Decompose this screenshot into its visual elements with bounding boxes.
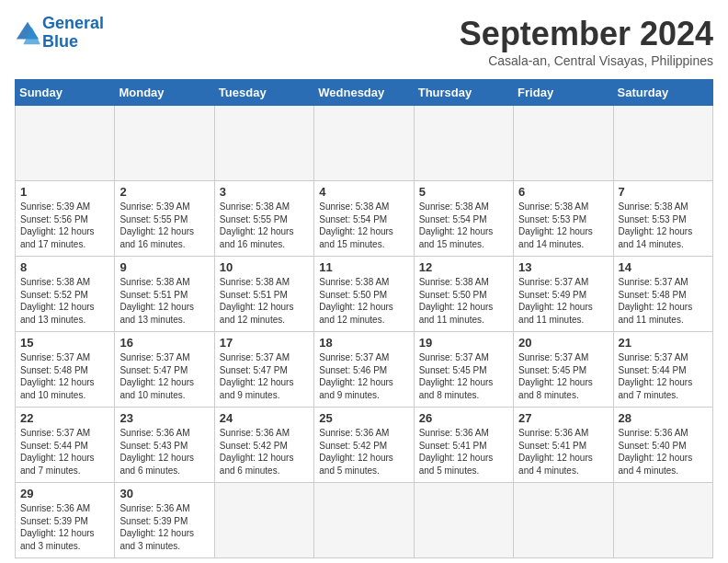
- day-info: Sunrise: 5:36 AM Sunset: 5:41 PM Dayligh…: [518, 427, 608, 477]
- day-info: Sunrise: 5:36 AM Sunset: 5:39 PM Dayligh…: [20, 502, 109, 552]
- month-title: September 2024: [460, 15, 713, 53]
- calendar-cell: 20Sunrise: 5:37 AM Sunset: 5:45 PM Dayli…: [514, 332, 613, 408]
- day-info: Sunrise: 5:37 AM Sunset: 5:46 PM Dayligh…: [319, 351, 408, 401]
- calendar-cell: 12Sunrise: 5:38 AM Sunset: 5:50 PM Dayli…: [414, 257, 513, 332]
- day-number: 6: [518, 185, 608, 199]
- day-info: Sunrise: 5:38 AM Sunset: 5:54 PM Dayligh…: [319, 201, 408, 250]
- calendar-cell: 22Sunrise: 5:37 AM Sunset: 5:44 PM Dayli…: [16, 408, 115, 483]
- day-number: 11: [319, 260, 408, 274]
- logo-line1: General: [42, 14, 104, 32]
- weekday-header-monday: Monday: [115, 80, 214, 106]
- page-header: General Blue September 2024 Casala-an, C…: [15, 15, 713, 68]
- day-info: Sunrise: 5:36 AM Sunset: 5:42 PM Dayligh…: [319, 427, 408, 477]
- day-number: 13: [518, 260, 608, 274]
- day-number: 30: [119, 487, 209, 500]
- day-number: 28: [619, 411, 708, 425]
- calendar-cell: 8Sunrise: 5:38 AM Sunset: 5:52 PM Daylig…: [16, 257, 115, 332]
- weekday-header-sunday: Sunday: [16, 80, 115, 106]
- day-info: Sunrise: 5:38 AM Sunset: 5:51 PM Dayligh…: [119, 276, 209, 326]
- day-number: 17: [220, 336, 309, 350]
- weekday-header-tuesday: Tuesday: [214, 80, 313, 106]
- calendar-cell: [16, 106, 115, 181]
- day-number: 23: [119, 411, 209, 425]
- calendar-cell: 27Sunrise: 5:36 AM Sunset: 5:41 PM Dayli…: [514, 408, 613, 483]
- calendar-cell: 11Sunrise: 5:38 AM Sunset: 5:50 PM Dayli…: [314, 257, 414, 332]
- calendar-cell: 10Sunrise: 5:38 AM Sunset: 5:51 PM Dayli…: [214, 257, 313, 332]
- day-number: 4: [319, 185, 408, 199]
- day-number: 27: [518, 411, 608, 425]
- calendar-week-row: 22Sunrise: 5:37 AM Sunset: 5:44 PM Dayli…: [16, 408, 713, 483]
- logo: General Blue: [15, 15, 104, 52]
- day-info: Sunrise: 5:37 AM Sunset: 5:47 PM Dayligh…: [119, 351, 209, 401]
- day-number: 12: [419, 260, 508, 274]
- calendar-cell: 7Sunrise: 5:38 AM Sunset: 5:53 PM Daylig…: [613, 181, 712, 257]
- calendar-table: SundayMondayTuesdayWednesdayThursdayFrid…: [15, 79, 713, 558]
- calendar-cell: 4Sunrise: 5:38 AM Sunset: 5:54 PM Daylig…: [314, 181, 414, 257]
- day-info: Sunrise: 5:39 AM Sunset: 5:56 PM Dayligh…: [20, 201, 109, 250]
- day-number: 18: [319, 336, 408, 350]
- calendar-cell: 14Sunrise: 5:37 AM Sunset: 5:48 PM Dayli…: [613, 257, 712, 332]
- day-number: 26: [419, 411, 508, 425]
- day-info: Sunrise: 5:38 AM Sunset: 5:51 PM Dayligh…: [220, 276, 309, 326]
- day-number: 1: [20, 185, 109, 199]
- day-info: Sunrise: 5:39 AM Sunset: 5:55 PM Dayligh…: [119, 201, 209, 250]
- calendar-cell: 29Sunrise: 5:36 AM Sunset: 5:39 PM Dayli…: [16, 483, 115, 558]
- day-number: 29: [20, 487, 109, 500]
- day-number: 7: [619, 185, 708, 199]
- calendar-cell: 13Sunrise: 5:37 AM Sunset: 5:49 PM Dayli…: [514, 257, 613, 332]
- calendar-cell: 9Sunrise: 5:38 AM Sunset: 5:51 PM Daylig…: [115, 257, 214, 332]
- day-info: Sunrise: 5:38 AM Sunset: 5:50 PM Dayligh…: [419, 276, 508, 326]
- day-number: 9: [119, 260, 209, 274]
- calendar-week-row: 8Sunrise: 5:38 AM Sunset: 5:52 PM Daylig…: [16, 257, 713, 332]
- calendar-cell: [214, 106, 313, 181]
- calendar-cell: [514, 483, 613, 558]
- day-info: Sunrise: 5:38 AM Sunset: 5:50 PM Dayligh…: [319, 276, 408, 326]
- location: Casala-an, Central Visayas, Philippines: [460, 53, 713, 68]
- logo-text: General Blue: [42, 15, 104, 52]
- day-number: 22: [20, 411, 109, 425]
- calendar-cell: [613, 106, 712, 181]
- calendar-cell: 24Sunrise: 5:36 AM Sunset: 5:42 PM Dayli…: [214, 408, 313, 483]
- day-info: Sunrise: 5:38 AM Sunset: 5:54 PM Dayligh…: [419, 201, 508, 250]
- day-number: 15: [20, 336, 109, 350]
- day-number: 24: [220, 411, 309, 425]
- weekday-header-row: SundayMondayTuesdayWednesdayThursdayFrid…: [16, 80, 713, 106]
- calendar-cell: 3Sunrise: 5:38 AM Sunset: 5:55 PM Daylig…: [214, 181, 313, 257]
- calendar-cell: 16Sunrise: 5:37 AM Sunset: 5:47 PM Dayli…: [115, 332, 214, 408]
- day-info: Sunrise: 5:36 AM Sunset: 5:43 PM Dayligh…: [119, 427, 209, 477]
- day-info: Sunrise: 5:36 AM Sunset: 5:42 PM Dayligh…: [220, 427, 309, 477]
- calendar-week-row: [16, 106, 713, 181]
- weekday-header-saturday: Saturday: [613, 80, 712, 106]
- day-info: Sunrise: 5:37 AM Sunset: 5:44 PM Dayligh…: [619, 351, 708, 401]
- weekday-header-thursday: Thursday: [414, 80, 513, 106]
- day-info: Sunrise: 5:38 AM Sunset: 5:52 PM Dayligh…: [20, 276, 109, 326]
- title-block: September 2024 Casala-an, Central Visaya…: [460, 15, 713, 68]
- day-info: Sunrise: 5:37 AM Sunset: 5:48 PM Dayligh…: [20, 351, 109, 401]
- calendar-cell: [115, 106, 214, 181]
- logo-line2: Blue: [42, 32, 78, 51]
- calendar-cell: [414, 483, 513, 558]
- calendar-cell: 25Sunrise: 5:36 AM Sunset: 5:42 PM Dayli…: [314, 408, 414, 483]
- day-number: 25: [319, 411, 408, 425]
- calendar-cell: 19Sunrise: 5:37 AM Sunset: 5:45 PM Dayli…: [414, 332, 513, 408]
- day-info: Sunrise: 5:38 AM Sunset: 5:53 PM Dayligh…: [619, 201, 708, 250]
- weekday-header-wednesday: Wednesday: [314, 80, 414, 106]
- day-info: Sunrise: 5:37 AM Sunset: 5:45 PM Dayligh…: [518, 351, 608, 401]
- calendar-cell: [314, 483, 414, 558]
- day-number: 3: [220, 185, 309, 199]
- day-number: 19: [419, 336, 508, 350]
- day-number: 14: [619, 260, 708, 274]
- day-info: Sunrise: 5:37 AM Sunset: 5:44 PM Dayligh…: [20, 427, 109, 477]
- day-info: Sunrise: 5:37 AM Sunset: 5:48 PM Dayligh…: [619, 276, 708, 326]
- day-number: 8: [20, 260, 109, 274]
- day-info: Sunrise: 5:36 AM Sunset: 5:41 PM Dayligh…: [419, 427, 508, 477]
- calendar-cell: [214, 483, 313, 558]
- day-number: 16: [119, 336, 209, 350]
- calendar-cell: 21Sunrise: 5:37 AM Sunset: 5:44 PM Dayli…: [613, 332, 712, 408]
- calendar-cell: 15Sunrise: 5:37 AM Sunset: 5:48 PM Dayli…: [16, 332, 115, 408]
- weekday-header-friday: Friday: [514, 80, 613, 106]
- calendar-cell: [414, 106, 513, 181]
- calendar-cell: 1Sunrise: 5:39 AM Sunset: 5:56 PM Daylig…: [16, 181, 115, 257]
- day-number: 20: [518, 336, 608, 350]
- calendar-cell: [314, 106, 414, 181]
